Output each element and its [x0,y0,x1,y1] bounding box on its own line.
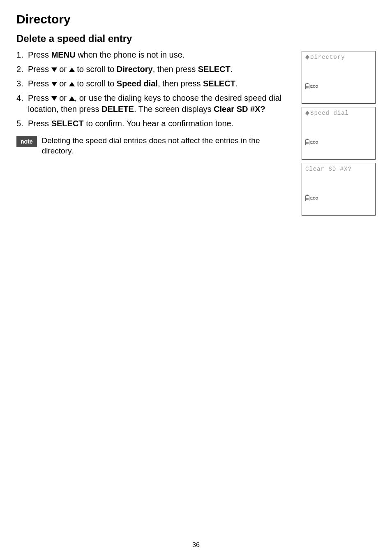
step-1: Press MENU when the phone is not in use. [16,49,292,60]
note-badge: note [16,136,37,147]
step-4: Press or , or use the dialing keys to ch… [16,93,292,115]
battery-icon [305,195,309,201]
step-2: Press or to scroll to Directory, then pr… [16,64,292,75]
step-text: Press [28,79,51,88]
step-text: Press [28,93,51,102]
lcd-text: Directory [310,54,345,60]
key-menu: MENU [51,50,76,59]
lcd-screen-speed-dial: Speed dial ECO [302,107,376,160]
key-select: SELECT [203,79,235,88]
step-text: . The screen displays [134,104,214,114]
lcd-screen-directory: Directory ECO [302,51,376,104]
battery-icon [305,139,309,145]
lcd-top: Speed dial [305,110,372,116]
down-arrow-icon [51,96,57,101]
scroll-arrows-icon [305,55,309,60]
step-text: when the phone is not in use. [76,50,185,59]
lcd-bottom: ECO [305,84,318,89]
page-title: Directory [16,12,376,26]
lcd-text: Clear SD #X? [305,166,352,172]
step-text: or [57,93,69,102]
step-text: to confirm. You hear a confirmation tone… [84,119,234,128]
step-text: or [57,65,69,74]
step-5: Press SELECT to confirm. You hear a conf… [16,118,292,129]
note-text: Deleting the speed dial entries does not… [42,136,292,156]
target-directory: Directory [117,65,153,74]
step-text: , then press [158,79,203,88]
lcd-screen-clear-sd: Clear SD #X? ECO [302,163,376,216]
steps-list: Press MENU when the phone is not in use.… [16,49,292,129]
step-text: Press [28,50,51,59]
up-arrow-icon [69,96,75,101]
lcd-text: Speed dial [310,110,349,116]
eco-label: ECO [310,196,318,200]
lcd-top: Clear SD #X? [305,166,372,172]
left-column: Press MENU when the phone is not in use.… [16,49,292,216]
lcd-bottom: ECO [305,139,318,145]
note-row: note Deleting the speed dial entries doe… [16,136,292,156]
step-text: . [231,65,233,74]
battery-icon [305,84,309,89]
section-heading: Delete a speed dial entry [16,33,376,44]
step-text: to scroll to [75,79,117,88]
key-delete: DELETE [101,104,134,114]
down-arrow-icon [51,67,57,72]
step-text: , then press [153,65,198,74]
prompt-clear-sd: Clear SD #X? [214,104,265,114]
step-text: or [57,79,69,88]
step-3: Press or to scroll to Speed dial, then p… [16,78,292,89]
right-column: Directory ECO Speed dial ECO Cle [302,51,376,216]
step-text: Press [28,119,51,128]
key-select: SELECT [51,119,84,128]
up-arrow-icon [69,82,75,86]
key-select: SELECT [198,65,231,74]
step-text: . [235,79,238,88]
lcd-top: Directory [305,54,372,60]
eco-label: ECO [310,84,318,88]
content-area: Press MENU when the phone is not in use.… [16,49,376,216]
target-speed-dial: Speed dial [117,79,158,88]
step-text: Press [28,65,51,74]
down-arrow-icon [51,82,57,86]
up-arrow-icon [69,67,75,72]
eco-label: ECO [310,140,318,144]
lcd-bottom: ECO [305,195,318,201]
scroll-arrows-icon [305,111,309,116]
step-text: to scroll to [75,65,117,74]
page-number: 36 [0,541,392,549]
